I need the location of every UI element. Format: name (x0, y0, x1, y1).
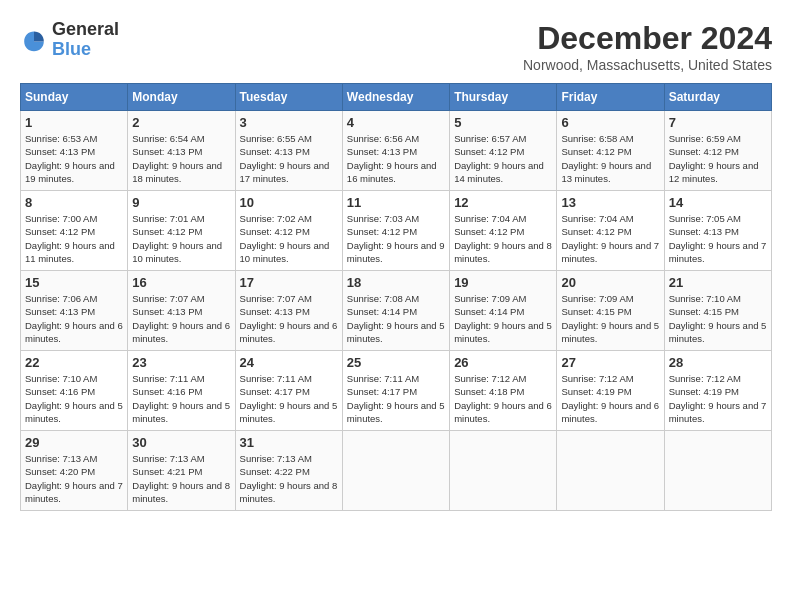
day-number: 2 (132, 115, 230, 130)
day-info: Sunrise: 7:05 AM Sunset: 4:13 PM Dayligh… (669, 212, 767, 265)
day-number: 10 (240, 195, 338, 210)
calendar-cell: 25 Sunrise: 7:11 AM Sunset: 4:17 PM Dayl… (342, 351, 449, 431)
day-info: Sunrise: 6:53 AM Sunset: 4:13 PM Dayligh… (25, 132, 123, 185)
location-title: Norwood, Massachusetts, United States (523, 57, 772, 73)
day-info: Sunrise: 7:13 AM Sunset: 4:22 PM Dayligh… (240, 452, 338, 505)
daylight-text: Daylight: 9 hours and 5 minutes. (347, 400, 445, 424)
day-number: 12 (454, 195, 552, 210)
sunrise-text: Sunrise: 7:12 AM (669, 373, 741, 384)
day-info: Sunrise: 7:03 AM Sunset: 4:12 PM Dayligh… (347, 212, 445, 265)
calendar-week-2: 8 Sunrise: 7:00 AM Sunset: 4:12 PM Dayli… (21, 191, 772, 271)
day-info: Sunrise: 7:04 AM Sunset: 4:12 PM Dayligh… (454, 212, 552, 265)
day-info: Sunrise: 6:58 AM Sunset: 4:12 PM Dayligh… (561, 132, 659, 185)
daylight-text: Daylight: 9 hours and 5 minutes. (132, 400, 230, 424)
sunset-text: Sunset: 4:14 PM (454, 306, 524, 317)
day-number: 24 (240, 355, 338, 370)
sunset-text: Sunset: 4:12 PM (561, 146, 631, 157)
calendar-cell: 4 Sunrise: 6:56 AM Sunset: 4:13 PM Dayli… (342, 111, 449, 191)
sunset-text: Sunset: 4:12 PM (25, 226, 95, 237)
day-info: Sunrise: 7:08 AM Sunset: 4:14 PM Dayligh… (347, 292, 445, 345)
day-info: Sunrise: 6:54 AM Sunset: 4:13 PM Dayligh… (132, 132, 230, 185)
day-number: 15 (25, 275, 123, 290)
calendar-table: Sunday Monday Tuesday Wednesday Thursday… (20, 83, 772, 511)
sunset-text: Sunset: 4:13 PM (240, 146, 310, 157)
calendar-cell (557, 431, 664, 511)
sunset-text: Sunset: 4:17 PM (240, 386, 310, 397)
calendar-cell (664, 431, 771, 511)
daylight-text: Daylight: 9 hours and 5 minutes. (347, 320, 445, 344)
day-number: 4 (347, 115, 445, 130)
day-info: Sunrise: 7:00 AM Sunset: 4:12 PM Dayligh… (25, 212, 123, 265)
sunset-text: Sunset: 4:14 PM (347, 306, 417, 317)
daylight-text: Daylight: 9 hours and 16 minutes. (347, 160, 437, 184)
sunset-text: Sunset: 4:12 PM (454, 146, 524, 157)
calendar-week-4: 22 Sunrise: 7:10 AM Sunset: 4:16 PM Dayl… (21, 351, 772, 431)
day-number: 26 (454, 355, 552, 370)
sunrise-text: Sunrise: 7:00 AM (25, 213, 97, 224)
daylight-text: Daylight: 9 hours and 11 minutes. (25, 240, 115, 264)
sunrise-text: Sunrise: 7:07 AM (240, 293, 312, 304)
day-number: 29 (25, 435, 123, 450)
day-number: 3 (240, 115, 338, 130)
sunset-text: Sunset: 4:13 PM (25, 146, 95, 157)
sunset-text: Sunset: 4:13 PM (347, 146, 417, 157)
sunrise-text: Sunrise: 7:09 AM (454, 293, 526, 304)
sunrise-text: Sunrise: 7:06 AM (25, 293, 97, 304)
title-area: December 2024 Norwood, Massachusetts, Un… (523, 20, 772, 73)
sunset-text: Sunset: 4:20 PM (25, 466, 95, 477)
day-number: 6 (561, 115, 659, 130)
sunset-text: Sunset: 4:13 PM (132, 306, 202, 317)
daylight-text: Daylight: 9 hours and 10 minutes. (132, 240, 222, 264)
day-number: 27 (561, 355, 659, 370)
daylight-text: Daylight: 9 hours and 6 minutes. (454, 400, 552, 424)
sunrise-text: Sunrise: 7:13 AM (240, 453, 312, 464)
sunrise-text: Sunrise: 6:59 AM (669, 133, 741, 144)
calendar-header-row: Sunday Monday Tuesday Wednesday Thursday… (21, 84, 772, 111)
day-number: 18 (347, 275, 445, 290)
logo: General Blue (20, 20, 119, 60)
sunrise-text: Sunrise: 7:12 AM (454, 373, 526, 384)
calendar-cell: 26 Sunrise: 7:12 AM Sunset: 4:18 PM Dayl… (450, 351, 557, 431)
daylight-text: Daylight: 9 hours and 5 minutes. (561, 320, 659, 344)
daylight-text: Daylight: 9 hours and 13 minutes. (561, 160, 651, 184)
calendar-cell: 27 Sunrise: 7:12 AM Sunset: 4:19 PM Dayl… (557, 351, 664, 431)
sunset-text: Sunset: 4:13 PM (240, 306, 310, 317)
calendar-week-5: 29 Sunrise: 7:13 AM Sunset: 4:20 PM Dayl… (21, 431, 772, 511)
sunrise-text: Sunrise: 7:09 AM (561, 293, 633, 304)
sunrise-text: Sunrise: 6:58 AM (561, 133, 633, 144)
sunset-text: Sunset: 4:12 PM (240, 226, 310, 237)
sunset-text: Sunset: 4:12 PM (561, 226, 631, 237)
calendar-cell: 16 Sunrise: 7:07 AM Sunset: 4:13 PM Dayl… (128, 271, 235, 351)
sunset-text: Sunset: 4:13 PM (132, 146, 202, 157)
calendar-cell: 1 Sunrise: 6:53 AM Sunset: 4:13 PM Dayli… (21, 111, 128, 191)
day-number: 7 (669, 115, 767, 130)
day-number: 17 (240, 275, 338, 290)
logo-icon (20, 26, 48, 54)
daylight-text: Daylight: 9 hours and 7 minutes. (669, 240, 767, 264)
day-number: 5 (454, 115, 552, 130)
sunrise-text: Sunrise: 6:54 AM (132, 133, 204, 144)
day-number: 9 (132, 195, 230, 210)
sunrise-text: Sunrise: 6:55 AM (240, 133, 312, 144)
sunrise-text: Sunrise: 6:57 AM (454, 133, 526, 144)
sunrise-text: Sunrise: 7:07 AM (132, 293, 204, 304)
calendar-cell: 28 Sunrise: 7:12 AM Sunset: 4:19 PM Dayl… (664, 351, 771, 431)
sunset-text: Sunset: 4:19 PM (561, 386, 631, 397)
day-info: Sunrise: 7:09 AM Sunset: 4:15 PM Dayligh… (561, 292, 659, 345)
calendar-cell: 14 Sunrise: 7:05 AM Sunset: 4:13 PM Dayl… (664, 191, 771, 271)
sunset-text: Sunset: 4:12 PM (454, 226, 524, 237)
daylight-text: Daylight: 9 hours and 10 minutes. (240, 240, 330, 264)
calendar-cell: 7 Sunrise: 6:59 AM Sunset: 4:12 PM Dayli… (664, 111, 771, 191)
calendar-cell: 20 Sunrise: 7:09 AM Sunset: 4:15 PM Dayl… (557, 271, 664, 351)
calendar-cell: 19 Sunrise: 7:09 AM Sunset: 4:14 PM Dayl… (450, 271, 557, 351)
daylight-text: Daylight: 9 hours and 12 minutes. (669, 160, 759, 184)
calendar-cell: 23 Sunrise: 7:11 AM Sunset: 4:16 PM Dayl… (128, 351, 235, 431)
daylight-text: Daylight: 9 hours and 19 minutes. (25, 160, 115, 184)
sunrise-text: Sunrise: 7:03 AM (347, 213, 419, 224)
calendar-cell: 15 Sunrise: 7:06 AM Sunset: 4:13 PM Dayl… (21, 271, 128, 351)
day-number: 14 (669, 195, 767, 210)
daylight-text: Daylight: 9 hours and 7 minutes. (669, 400, 767, 424)
sunset-text: Sunset: 4:13 PM (669, 226, 739, 237)
day-number: 31 (240, 435, 338, 450)
logo-line1: General (52, 20, 119, 40)
